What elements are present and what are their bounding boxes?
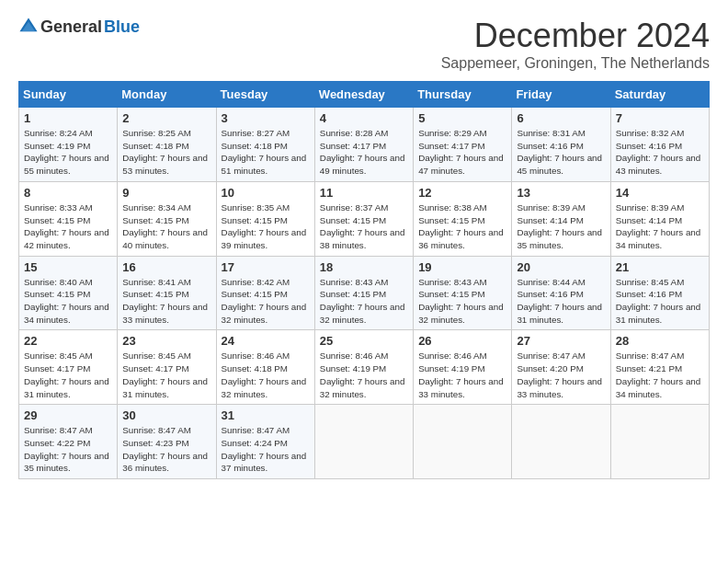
day-number: 29 xyxy=(24,408,112,422)
day-detail: Sunrise: 8:25 AMSunset: 4:18 PMDaylight:… xyxy=(122,128,208,176)
weekday-header-wednesday: Wednesday xyxy=(314,82,413,108)
calendar-cell: 13 Sunrise: 8:39 AMSunset: 4:14 PMDaylig… xyxy=(512,181,610,256)
calendar-cell: 20 Sunrise: 8:44 AMSunset: 4:16 PMDaylig… xyxy=(512,256,610,330)
day-detail: Sunrise: 8:24 AMSunset: 4:19 PMDaylight:… xyxy=(24,128,109,176)
calendar-cell: 16 Sunrise: 8:41 AMSunset: 4:15 PMDaylig… xyxy=(118,256,216,330)
calendar-cell: 10 Sunrise: 8:35 AMSunset: 4:15 PMDaylig… xyxy=(216,181,314,256)
logo-general-text: General xyxy=(40,17,102,37)
calendar-cell xyxy=(512,405,610,479)
day-number: 20 xyxy=(517,260,605,274)
calendar-cell: 14 Sunrise: 8:39 AMSunset: 4:14 PMDaylig… xyxy=(610,181,709,256)
day-number: 27 xyxy=(517,334,605,348)
day-detail: Sunrise: 8:35 AMSunset: 4:15 PMDaylight:… xyxy=(222,202,307,250)
calendar-cell: 28 Sunrise: 8:47 AMSunset: 4:21 PMDaylig… xyxy=(610,330,709,405)
day-number: 26 xyxy=(418,334,506,348)
day-number: 23 xyxy=(122,334,210,348)
weekday-header-row: SundayMondayTuesdayWednesdayThursdayFrid… xyxy=(19,82,710,108)
page: General Blue December 2024 Sappemeer, Gr… xyxy=(0,0,728,488)
calendar-cell: 17 Sunrise: 8:42 AMSunset: 4:15 PMDaylig… xyxy=(216,256,314,330)
logo-icon xyxy=(18,17,39,37)
calendar-cell: 23 Sunrise: 8:45 AMSunset: 4:17 PMDaylig… xyxy=(118,330,216,405)
day-number: 17 xyxy=(222,260,310,274)
calendar-cell: 19 Sunrise: 8:43 AMSunset: 4:15 PMDaylig… xyxy=(414,256,512,330)
day-detail: Sunrise: 8:42 AMSunset: 4:15 PMDaylight:… xyxy=(222,277,307,325)
day-detail: Sunrise: 8:29 AMSunset: 4:17 PMDaylight:… xyxy=(418,128,504,176)
logo-blue-text: Blue xyxy=(104,17,140,37)
day-detail: Sunrise: 8:46 AMSunset: 4:19 PMDaylight:… xyxy=(320,350,405,398)
day-detail: Sunrise: 8:44 AMSunset: 4:16 PMDaylight:… xyxy=(517,277,602,325)
weekday-header-saturday: Saturday xyxy=(610,82,709,108)
calendar-cell: 4 Sunrise: 8:28 AMSunset: 4:17 PMDayligh… xyxy=(314,108,413,182)
day-detail: Sunrise: 8:47 AMSunset: 4:21 PMDaylight:… xyxy=(616,350,701,398)
calendar-cell: 2 Sunrise: 8:25 AMSunset: 4:18 PMDayligh… xyxy=(118,108,216,182)
day-detail: Sunrise: 8:32 AMSunset: 4:16 PMDaylight:… xyxy=(616,128,701,176)
calendar-cell: 31 Sunrise: 8:47 AMSunset: 4:24 PMDaylig… xyxy=(216,405,314,479)
day-number: 11 xyxy=(320,186,408,200)
calendar-cell xyxy=(414,405,512,479)
day-detail: Sunrise: 8:45 AMSunset: 4:16 PMDaylight:… xyxy=(616,277,701,325)
day-number: 5 xyxy=(418,111,506,125)
day-number: 22 xyxy=(24,334,112,348)
day-detail: Sunrise: 8:47 AMSunset: 4:22 PMDaylight:… xyxy=(24,425,109,473)
weekday-header-tuesday: Tuesday xyxy=(216,82,314,108)
day-number: 9 xyxy=(122,186,210,200)
day-detail: Sunrise: 8:46 AMSunset: 4:19 PMDaylight:… xyxy=(418,350,504,398)
day-number: 6 xyxy=(517,111,605,125)
calendar-week-5: 29 Sunrise: 8:47 AMSunset: 4:22 PMDaylig… xyxy=(19,405,710,479)
day-detail: Sunrise: 8:47 AMSunset: 4:23 PMDaylight:… xyxy=(122,425,208,473)
calendar-cell: 27 Sunrise: 8:47 AMSunset: 4:20 PMDaylig… xyxy=(512,330,610,405)
day-detail: Sunrise: 8:45 AMSunset: 4:17 PMDaylight:… xyxy=(122,350,208,398)
calendar-cell: 11 Sunrise: 8:37 AMSunset: 4:15 PMDaylig… xyxy=(314,181,413,256)
day-number: 15 xyxy=(24,260,112,274)
day-detail: Sunrise: 8:39 AMSunset: 4:14 PMDaylight:… xyxy=(616,202,701,250)
weekday-header-sunday: Sunday xyxy=(19,82,118,108)
day-detail: Sunrise: 8:39 AMSunset: 4:14 PMDaylight:… xyxy=(517,202,602,250)
day-number: 8 xyxy=(24,186,112,200)
day-number: 1 xyxy=(24,111,112,125)
month-title: December 2024 xyxy=(441,17,710,55)
header: General Blue December 2024 Sappemeer, Gr… xyxy=(18,17,710,72)
calendar-cell: 24 Sunrise: 8:46 AMSunset: 4:18 PMDaylig… xyxy=(216,330,314,405)
calendar-cell: 21 Sunrise: 8:45 AMSunset: 4:16 PMDaylig… xyxy=(610,256,709,330)
weekday-header-thursday: Thursday xyxy=(414,82,512,108)
location-subtitle: Sappemeer, Groningen, The Netherlands xyxy=(441,55,710,72)
day-number: 12 xyxy=(418,186,506,200)
day-number: 24 xyxy=(222,334,310,348)
day-number: 2 xyxy=(122,111,210,125)
day-number: 7 xyxy=(616,111,704,125)
day-number: 30 xyxy=(122,408,210,422)
day-number: 13 xyxy=(517,186,605,200)
calendar-cell: 5 Sunrise: 8:29 AMSunset: 4:17 PMDayligh… xyxy=(414,108,512,182)
day-detail: Sunrise: 8:43 AMSunset: 4:15 PMDaylight:… xyxy=(418,277,504,325)
weekday-header-friday: Friday xyxy=(512,82,610,108)
day-detail: Sunrise: 8:45 AMSunset: 4:17 PMDaylight:… xyxy=(24,350,109,398)
day-detail: Sunrise: 8:43 AMSunset: 4:15 PMDaylight:… xyxy=(320,277,405,325)
calendar-cell: 9 Sunrise: 8:34 AMSunset: 4:15 PMDayligh… xyxy=(118,181,216,256)
day-number: 21 xyxy=(616,260,704,274)
calendar-cell: 22 Sunrise: 8:45 AMSunset: 4:17 PMDaylig… xyxy=(19,330,118,405)
calendar-cell: 25 Sunrise: 8:46 AMSunset: 4:19 PMDaylig… xyxy=(314,330,413,405)
day-number: 16 xyxy=(122,260,210,274)
calendar-cell xyxy=(610,405,709,479)
day-detail: Sunrise: 8:37 AMSunset: 4:15 PMDaylight:… xyxy=(320,202,405,250)
calendar-cell: 1 Sunrise: 8:24 AMSunset: 4:19 PMDayligh… xyxy=(19,108,118,182)
calendar-cell: 30 Sunrise: 8:47 AMSunset: 4:23 PMDaylig… xyxy=(118,405,216,479)
calendar-week-2: 8 Sunrise: 8:33 AMSunset: 4:15 PMDayligh… xyxy=(19,181,710,256)
calendar-cell: 3 Sunrise: 8:27 AMSunset: 4:18 PMDayligh… xyxy=(216,108,314,182)
day-detail: Sunrise: 8:46 AMSunset: 4:18 PMDaylight:… xyxy=(222,350,307,398)
calendar-cell: 29 Sunrise: 8:47 AMSunset: 4:22 PMDaylig… xyxy=(19,405,118,479)
calendar-cell xyxy=(314,405,413,479)
day-number: 4 xyxy=(320,111,408,125)
day-number: 18 xyxy=(320,260,408,274)
calendar-cell: 12 Sunrise: 8:38 AMSunset: 4:15 PMDaylig… xyxy=(414,181,512,256)
calendar-cell: 18 Sunrise: 8:43 AMSunset: 4:15 PMDaylig… xyxy=(314,256,413,330)
day-detail: Sunrise: 8:38 AMSunset: 4:15 PMDaylight:… xyxy=(418,202,504,250)
day-detail: Sunrise: 8:41 AMSunset: 4:15 PMDaylight:… xyxy=(122,277,208,325)
calendar-cell: 15 Sunrise: 8:40 AMSunset: 4:15 PMDaylig… xyxy=(19,256,118,330)
day-detail: Sunrise: 8:40 AMSunset: 4:15 PMDaylight:… xyxy=(24,277,109,325)
day-number: 31 xyxy=(222,408,310,422)
day-detail: Sunrise: 8:33 AMSunset: 4:15 PMDaylight:… xyxy=(24,202,109,250)
calendar-cell: 8 Sunrise: 8:33 AMSunset: 4:15 PMDayligh… xyxy=(19,181,118,256)
day-detail: Sunrise: 8:31 AMSunset: 4:16 PMDaylight:… xyxy=(517,128,602,176)
day-number: 28 xyxy=(616,334,704,348)
